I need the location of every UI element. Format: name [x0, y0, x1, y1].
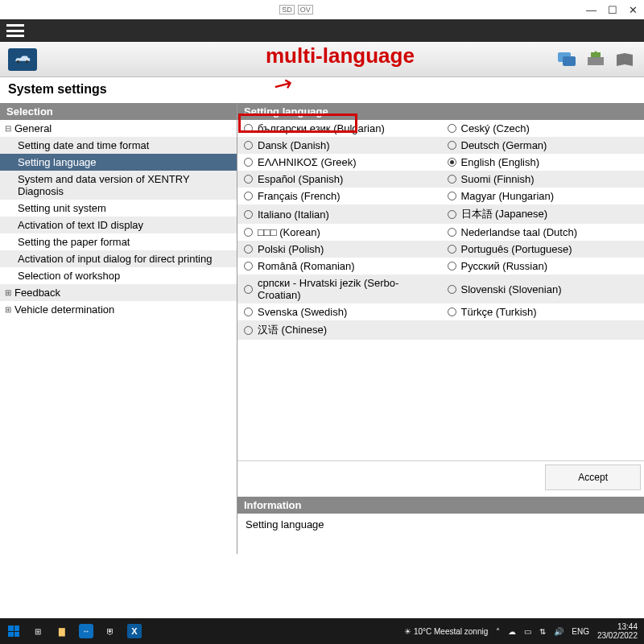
radio-icon[interactable] — [244, 285, 253, 294]
language-option[interactable]: □□□ (Korean) — [237, 224, 441, 241]
teamviewer-icon[interactable]: ↔ — [79, 624, 93, 638]
language-option[interactable]: Deutsch (German) — [441, 137, 645, 154]
radio-icon[interactable] — [244, 262, 253, 270]
radio-icon[interactable] — [448, 158, 456, 167]
language-option[interactable]: Italiano (Italian) — [237, 204, 441, 224]
main-panel: Setting language български език (Bulgari… — [237, 103, 644, 554]
radio-icon[interactable] — [448, 262, 456, 270]
language-option[interactable]: Русский (Russian) — [441, 258, 645, 275]
radio-icon[interactable] — [244, 308, 253, 316]
sidebar: Selection ⊟GeneralSetting date and time … — [0, 103, 237, 554]
radio-icon[interactable] — [244, 141, 253, 150]
radio-icon[interactable] — [448, 210, 456, 219]
language-label: Español (Spanish) — [258, 173, 343, 185]
radio-icon[interactable] — [244, 175, 253, 184]
vehicle-icon[interactable] — [8, 48, 37, 71]
collapse-icon[interactable]: ⊟ — [5, 124, 14, 133]
language-label: Magyar (Hungarian) — [461, 190, 555, 202]
language-option[interactable]: Dansk (Danish) — [237, 137, 441, 154]
radio-icon[interactable] — [244, 192, 253, 200]
page-title: System settings — [0, 77, 644, 103]
radio-icon[interactable] — [448, 308, 456, 316]
radio-icon[interactable] — [244, 245, 253, 254]
radio-icon[interactable] — [448, 245, 456, 254]
tray-wifi-icon[interactable]: ⇅ — [539, 627, 546, 636]
radio-icon[interactable] — [448, 175, 456, 184]
tray-battery-icon[interactable]: ▭ — [524, 627, 531, 636]
radio-icon[interactable] — [244, 210, 253, 219]
language-option[interactable]: Polski (Polish) — [237, 241, 441, 258]
hamburger-menu-icon[interactable] — [6, 24, 24, 37]
tree-item[interactable]: Setting the paper format — [0, 233, 237, 250]
language-option[interactable]: Português (Portuguese) — [441, 241, 645, 258]
expand-icon[interactable]: ⊞ — [5, 305, 14, 314]
task-view-icon[interactable]: ⊞ — [31, 624, 45, 638]
language-label: Română (Romanian) — [258, 260, 355, 272]
language-option[interactable]: Magyar (Hungarian) — [441, 188, 645, 204]
tray-language[interactable]: ENG — [572, 627, 589, 636]
tree-group[interactable]: ⊟General — [0, 120, 237, 137]
tree-item[interactable]: Activation of text ID display — [0, 217, 237, 233]
tree-group[interactable]: ⊞Vehicle determination — [0, 301, 237, 318]
language-option[interactable]: Nederlandse taal (Dutch) — [441, 224, 645, 241]
language-label: □□□ (Korean) — [258, 226, 320, 238]
radio-icon[interactable] — [448, 192, 456, 200]
tree-item[interactable]: Setting language — [0, 154, 237, 171]
language-option[interactable]: Suomi (Finnish) — [441, 171, 645, 188]
language-label: Türkçe (Turkish) — [461, 306, 537, 318]
taskbar-clock[interactable]: 13:44 23/02/2022 — [597, 622, 638, 640]
radio-icon[interactable] — [244, 228, 253, 237]
tree-group-label: Feedback — [14, 287, 60, 299]
book-icon[interactable] — [613, 50, 636, 69]
language-label: Slovenski (Slovenian) — [461, 283, 562, 295]
print-icon[interactable] — [584, 50, 607, 69]
menubar — [0, 19, 644, 42]
minimize-button[interactable]: — — [586, 4, 597, 16]
tray-volume-icon[interactable]: 🔊 — [554, 627, 564, 636]
language-label: 日本語 (Japanese) — [461, 207, 548, 221]
tree-item[interactable]: Activation of input dialog for direct pr… — [0, 250, 237, 267]
radio-icon[interactable] — [244, 158, 253, 167]
language-option[interactable]: Türkçe (Turkish) — [441, 303, 645, 320]
tray-cloud-icon[interactable]: ☁ — [508, 627, 516, 636]
radio-icon[interactable] — [244, 124, 253, 133]
language-option[interactable]: Ceský (Czech) — [441, 120, 645, 137]
start-button[interactable] — [6, 624, 21, 638]
file-explorer-icon[interactable]: ▇ — [55, 624, 69, 638]
radio-icon[interactable] — [448, 124, 456, 133]
language-option[interactable]: English (English) — [441, 154, 645, 171]
tree-item[interactable]: Selection of workshop — [0, 267, 237, 284]
tray-chevron-icon[interactable]: ˄ — [496, 627, 500, 636]
radio-icon[interactable] — [244, 326, 253, 335]
radio-icon[interactable] — [448, 285, 456, 294]
weather-widget[interactable]: ☀ 10°C Meestal zonnig — [404, 627, 488, 636]
tree-item[interactable]: Setting date and time format — [0, 137, 237, 154]
language-option[interactable]: Français (French) — [237, 188, 441, 204]
tree-item[interactable]: Setting unit system — [0, 200, 237, 217]
language-option[interactable]: Slovenski (Slovenian) — [441, 275, 645, 303]
language-option[interactable]: Svenska (Swedish) — [237, 303, 441, 320]
tree-group[interactable]: ⊞Feedback — [0, 284, 237, 301]
tree-group-label: Vehicle determination — [14, 303, 114, 316]
language-label: Français (French) — [258, 190, 341, 202]
shield-icon[interactable]: ⛨ — [103, 624, 118, 638]
language-option[interactable]: 日本語 (Japanese) — [441, 204, 645, 224]
chat-icon[interactable] — [555, 50, 578, 69]
language-option[interactable]: 汉语 (Chinese) — [237, 320, 441, 340]
language-option[interactable]: Română (Romanian) — [237, 258, 441, 275]
language-option[interactable]: Español (Spanish) — [237, 171, 441, 188]
radio-icon[interactable] — [448, 228, 456, 237]
accept-button[interactable]: Accept — [545, 464, 641, 490]
expand-icon[interactable]: ⊞ — [5, 288, 14, 297]
app-x-icon[interactable]: X — [127, 624, 142, 638]
tree-item[interactable]: System and data version of XENTRY Diagno… — [0, 171, 237, 200]
close-button[interactable]: ✕ — [629, 4, 638, 16]
radio-icon[interactable] — [448, 141, 456, 150]
language-option[interactable]: српски - Hrvatski jezik (Serbo-Croatian) — [237, 275, 441, 303]
svg-rect-3 — [563, 56, 576, 66]
language-option[interactable]: български език (Bulgarian) — [237, 120, 441, 137]
language-label: Русский (Russian) — [461, 260, 547, 272]
language-label: српски - Hrvatski jezik (Serbo-Croatian) — [258, 277, 435, 301]
language-option[interactable]: ΕΛΛΗΝΙΚΟΣ (Greek) — [237, 154, 441, 171]
maximize-button[interactable]: ☐ — [608, 4, 617, 16]
